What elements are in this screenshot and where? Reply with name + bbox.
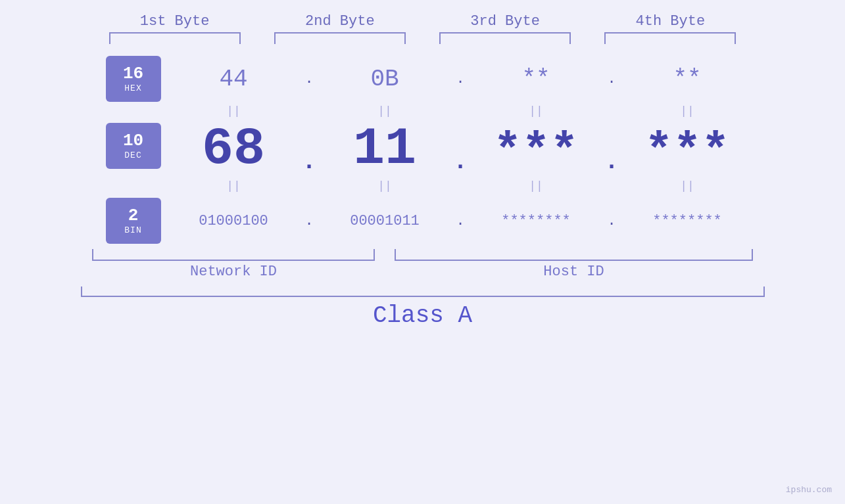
host-id-bracket xyxy=(395,249,753,261)
hex-row: 16 HEX 44 . 0B . ** . ** xyxy=(0,56,845,102)
network-id-label: Network ID xyxy=(190,263,277,280)
byte-1-label: 1st Byte xyxy=(109,13,241,30)
main-container: 1st Byte 2nd Byte 3rd Byte 4th Byte 16 H… xyxy=(0,0,845,504)
dec-b4: *** xyxy=(621,128,753,175)
network-id-bracket-group: Network ID xyxy=(92,249,375,280)
bracket-b3 xyxy=(439,32,571,44)
id-labels-section: Network ID Host ID xyxy=(0,244,845,280)
dec-dot-3: . xyxy=(602,129,621,175)
dec-b2: 11 xyxy=(319,123,450,175)
dec-values: 68 . 11 . *** . *** xyxy=(168,123,753,175)
hex-b1: 44 xyxy=(168,66,299,93)
byte-headers-row: 1st Byte 2nd Byte 3rd Byte 4th Byte xyxy=(0,13,845,30)
dec-dot-1: . xyxy=(299,129,319,175)
hex-b4: ** xyxy=(621,66,753,93)
dec-dot-2: . xyxy=(450,129,470,175)
dec-b1: 68 xyxy=(168,123,299,175)
bin-b1: 01000100 xyxy=(168,213,299,229)
hex-dot-1: . xyxy=(299,71,319,87)
sep-1-b3: || xyxy=(470,104,602,118)
byte-4-label: 4th Byte xyxy=(604,13,736,30)
host-id-bracket-group: Host ID xyxy=(395,249,753,280)
bin-b3: ******** xyxy=(470,213,602,229)
hex-b3: ** xyxy=(470,66,602,93)
bin-values: 01000100 . 00001011 . ******** . *******… xyxy=(168,213,753,229)
sep-2-b4: || xyxy=(621,179,753,193)
bin-row: 2 BIN 01000100 . 00001011 . ******** . *… xyxy=(0,198,845,244)
host-id-label: Host ID xyxy=(543,263,604,280)
sep-row-1-vals: || || || || xyxy=(168,104,753,118)
sep-row-2: || || || || xyxy=(0,179,845,193)
top-brackets xyxy=(0,32,845,44)
bin-badge: 2 BIN xyxy=(106,198,161,244)
sep-1-b2: || xyxy=(319,104,450,118)
bin-dot-3: . xyxy=(602,213,621,229)
bracket-b2 xyxy=(274,32,406,44)
network-id-bracket xyxy=(92,249,375,261)
byte-2-label: 2nd Byte xyxy=(274,13,406,30)
hex-values: 44 . 0B . ** . ** xyxy=(168,66,753,93)
bin-b2: 00001011 xyxy=(319,213,450,229)
sep-row-2-vals: || || || || xyxy=(168,179,753,193)
sep-2-b1: || xyxy=(168,179,299,193)
sep-2-b2: || xyxy=(319,179,450,193)
sep-1-b4: || xyxy=(621,104,753,118)
bin-b4: ******** xyxy=(621,213,753,229)
hex-dot-3: . xyxy=(602,71,621,87)
sep-1-b1: || xyxy=(168,104,299,118)
hex-b2: 0B xyxy=(319,66,450,93)
class-section: Class A xyxy=(0,286,845,329)
bin-dot-1: . xyxy=(299,213,319,229)
hex-badge: 16 HEX xyxy=(106,56,161,102)
hex-dot-2: . xyxy=(450,71,470,87)
bottom-brackets: Network ID Host ID xyxy=(92,249,753,280)
bracket-b1 xyxy=(109,32,241,44)
class-label: Class A xyxy=(373,302,472,329)
dec-badge: 10 DEC xyxy=(106,123,161,169)
bracket-b4 xyxy=(604,32,736,44)
byte-3-label: 3rd Byte xyxy=(439,13,571,30)
bin-dot-2: . xyxy=(450,213,470,229)
dec-row: 10 DEC 68 . 11 . *** . *** xyxy=(0,123,845,175)
watermark: ipshu.com xyxy=(786,485,832,495)
sep-row-1: || || || || xyxy=(0,104,845,118)
sep-2-b3: || xyxy=(470,179,602,193)
dec-b3: *** xyxy=(470,128,602,175)
class-bracket xyxy=(81,286,765,297)
